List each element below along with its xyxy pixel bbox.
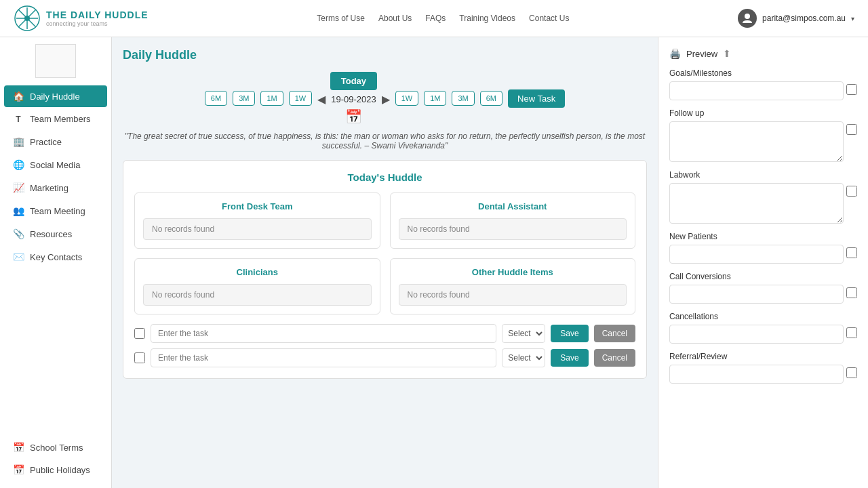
sidebar-label-key-contacts: Key Contacts	[30, 252, 82, 262]
sidebar-item-daily-huddle[interactable]: 🏠 Daily Huddle	[4, 85, 107, 107]
right-panel-header: 🖨️ Preview ⬆	[669, 48, 857, 59]
nav-contact[interactable]: Contact Us	[529, 14, 569, 23]
follow-up-checkbox[interactable]	[846, 124, 857, 135]
labwork-checkbox[interactable]	[846, 186, 857, 197]
goals-input[interactable]	[669, 81, 844, 100]
task-input-2[interactable]	[151, 348, 496, 367]
field-call-conversions: Call Conversions	[669, 272, 857, 304]
logo-title: THE DAILY HUDDLE	[46, 9, 149, 20]
social-media-icon: 🌐	[12, 159, 24, 170]
team-title-clinicians: Clinicians	[143, 267, 372, 277]
user-email: parita@simpos.com.au	[762, 14, 846, 23]
key-contacts-icon: ✉️	[12, 251, 24, 262]
period-6m-left[interactable]: 6M	[205, 91, 227, 106]
new-task-button[interactable]: New Task	[508, 89, 565, 108]
avatar	[738, 9, 757, 28]
call-conversions-input[interactable]	[669, 285, 844, 304]
team-title-dental-assistant: Dental Assistant	[399, 201, 627, 211]
period-1w-left[interactable]: 1W	[289, 91, 313, 106]
next-date-button[interactable]: ▶	[382, 93, 390, 106]
team-title-front-desk: Front Desk Team	[143, 201, 372, 211]
no-records-dental-assistant: No records found	[399, 218, 627, 240]
app-header: THE DAILY HUDDLE connecting your teams T…	[0, 0, 868, 37]
period-6m-right[interactable]: 6M	[480, 91, 502, 106]
cancellations-checkbox[interactable]	[846, 327, 857, 338]
sidebar-item-marketing[interactable]: 📈 Marketing	[4, 177, 107, 199]
logo-sub: connecting your teams	[46, 20, 149, 27]
cancellations-input[interactable]	[669, 325, 844, 344]
period-1m-right[interactable]: 1M	[424, 91, 446, 106]
task-row-2: Select Save Cancel	[134, 348, 635, 367]
prev-date-button[interactable]: ◀	[317, 93, 326, 106]
call-conversions-label: Call Conversions	[669, 272, 857, 281]
field-labwork: Labwork	[669, 170, 857, 224]
follow-up-textarea[interactable]	[669, 121, 844, 162]
sidebar-item-practice[interactable]: 🏢 Practice	[4, 131, 107, 152]
header-nav: Terms of Use About Us FAQs Training Vide…	[317, 14, 569, 23]
task-select-1[interactable]: Select	[502, 324, 545, 343]
page-title: Daily Huddle	[123, 48, 647, 62]
toolbar: 6M 3M 1M 1W Today ◀ 19-09-2023 ▶ 📅 1W 1M…	[123, 72, 647, 125]
task-select-2[interactable]: Select	[502, 348, 545, 367]
user-dropdown-icon[interactable]: ▾	[851, 15, 854, 22]
sidebar-item-social-media[interactable]: 🌐 Social Media	[4, 154, 107, 176]
calendar-icon[interactable]: 📅	[345, 108, 362, 125]
task-input-1[interactable]	[151, 324, 496, 343]
no-records-front-desk: No records found	[143, 218, 372, 240]
sidebar-item-team-members[interactable]: T Team Members	[4, 108, 107, 129]
new-patients-label: New Patients	[669, 232, 857, 241]
sidebar-item-school-terms[interactable]: 📅 School Terms	[4, 436, 107, 458]
referral-review-input[interactable]	[669, 365, 844, 384]
new-patients-input[interactable]	[669, 245, 844, 264]
upload-icon[interactable]: ⬆	[723, 48, 731, 59]
svg-point-6	[745, 14, 750, 19]
nav-training[interactable]: Training Videos	[459, 14, 515, 23]
task-save-button-2[interactable]: Save	[551, 349, 588, 367]
period-1w-right[interactable]: 1W	[395, 91, 419, 106]
sidebar-item-key-contacts[interactable]: ✉️ Key Contacts	[4, 246, 107, 268]
referral-review-label: Referral/Review	[669, 352, 857, 361]
sidebar-label-social-media: Social Media	[30, 160, 80, 170]
field-goals: Goals/Milestones	[669, 68, 857, 100]
period-1m-left[interactable]: 1M	[260, 91, 283, 106]
period-3m-right[interactable]: 3M	[452, 91, 474, 106]
team-members-icon: T	[12, 115, 24, 124]
call-conversions-checkbox[interactable]	[846, 287, 857, 298]
task-checkbox-2[interactable]	[134, 352, 145, 363]
labwork-textarea[interactable]	[669, 183, 844, 224]
main-content: Daily Huddle 6M 3M 1M 1W Today ◀ 19-09-2…	[112, 37, 658, 488]
logo: THE DAILY HUDDLE connecting your teams	[14, 5, 149, 32]
team-title-other-huddle: Other Huddle Items	[399, 267, 627, 277]
task-checkbox-1[interactable]	[134, 328, 145, 339]
sidebar-item-team-meeting[interactable]: 👥 Team Meeting	[4, 200, 107, 222]
referral-review-checkbox[interactable]	[846, 367, 857, 378]
task-cancel-button-1[interactable]: Cancel	[594, 325, 635, 342]
public-holidays-icon: 📅	[12, 464, 24, 475]
goals-checkbox[interactable]	[846, 84, 857, 95]
no-records-other-huddle: No records found	[399, 284, 627, 306]
nav-about[interactable]: About Us	[378, 14, 412, 23]
marketing-icon: 📈	[12, 182, 24, 193]
nav-terms[interactable]: Terms of Use	[317, 14, 365, 23]
task-save-button-1[interactable]: Save	[551, 325, 588, 342]
today-button[interactable]: Today	[330, 72, 377, 90]
app-layout: 🏠 Daily Huddle T Team Members 🏢 Practice…	[0, 37, 868, 488]
sidebar-item-resources[interactable]: 📎 Resources	[4, 223, 107, 245]
date-nav: ◀ 19-09-2023 ▶	[317, 93, 390, 106]
quote: "The great secret of true success, of tr…	[123, 131, 647, 150]
user-icon	[741, 12, 753, 24]
logo-icon	[14, 5, 41, 32]
task-cancel-button-2[interactable]: Cancel	[594, 349, 635, 367]
nav-faqs[interactable]: FAQs	[425, 14, 446, 23]
logo-text: THE DAILY HUDDLE connecting your teams	[46, 9, 149, 27]
sidebar-label-resources: Resources	[30, 229, 72, 239]
period-3m-left[interactable]: 3M	[233, 91, 255, 106]
goals-input-row	[669, 81, 857, 100]
sidebar-item-public-holidays[interactable]: 📅 Public Holidays	[4, 459, 107, 481]
new-patients-checkbox[interactable]	[846, 247, 857, 258]
sidebar-label-practice: Practice	[30, 137, 62, 147]
cancellations-label: Cancellations	[669, 312, 857, 321]
sidebar-label-public-holidays: Public Holidays	[30, 465, 90, 475]
sidebar-label-school-terms: School Terms	[30, 443, 83, 453]
svg-point-5	[24, 16, 30, 21]
